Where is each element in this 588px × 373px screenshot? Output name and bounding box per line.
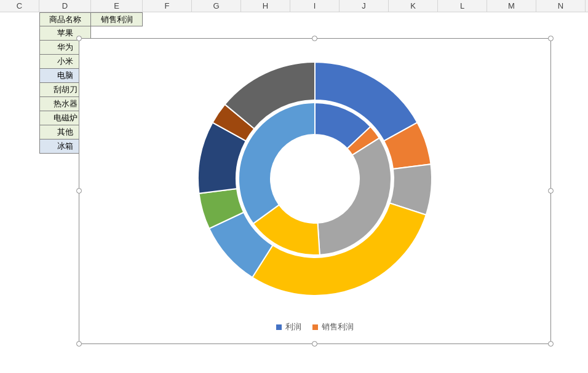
chart-object[interactable]: 利润 销售利润 xyxy=(79,38,551,344)
col-header-g[interactable]: G xyxy=(192,0,241,12)
resize-handle-mr[interactable] xyxy=(548,188,554,194)
legend-swatch-icon xyxy=(312,324,318,330)
col-header-d[interactable]: D xyxy=(39,0,91,12)
col-header-i[interactable]: I xyxy=(290,0,340,12)
legend-item-sales-profit[interactable]: 销售利润 xyxy=(312,321,354,332)
chart-legend: 利润 销售利润 xyxy=(79,321,550,332)
legend-label: 销售利润 xyxy=(322,321,354,332)
resize-handle-ml[interactable] xyxy=(76,188,82,194)
resize-handle-bl[interactable] xyxy=(76,341,82,347)
resize-handle-br[interactable] xyxy=(548,341,554,347)
col-header-j[interactable]: J xyxy=(340,0,389,12)
col-header-h[interactable]: H xyxy=(241,0,290,12)
col-header-n[interactable]: N xyxy=(536,0,586,12)
legend-label: 利润 xyxy=(285,321,301,332)
legend-swatch-icon xyxy=(276,324,282,330)
table-col-e: 销售利润 xyxy=(91,12,143,26)
table-header-profit[interactable]: 销售利润 xyxy=(91,12,143,26)
col-header-e[interactable]: E xyxy=(91,0,143,12)
doughnut-chart-icon[interactable] xyxy=(192,56,438,302)
resize-handle-tl[interactable] xyxy=(76,36,82,41)
resize-handle-tr[interactable] xyxy=(548,36,554,41)
col-header-c[interactable]: C xyxy=(0,0,39,12)
col-header-m[interactable]: M xyxy=(487,0,536,12)
resize-handle-tm[interactable] xyxy=(312,36,317,41)
legend-item-profit[interactable]: 利润 xyxy=(276,321,301,332)
col-header-k[interactable]: K xyxy=(389,0,438,12)
table-header-name[interactable]: 商品名称 xyxy=(39,12,91,26)
resize-handle-bm[interactable] xyxy=(312,341,317,347)
col-header-f[interactable]: F xyxy=(143,0,192,12)
col-header-l[interactable]: L xyxy=(438,0,487,12)
column-headers-row: C D E F G H I J K L M N xyxy=(0,0,588,12)
